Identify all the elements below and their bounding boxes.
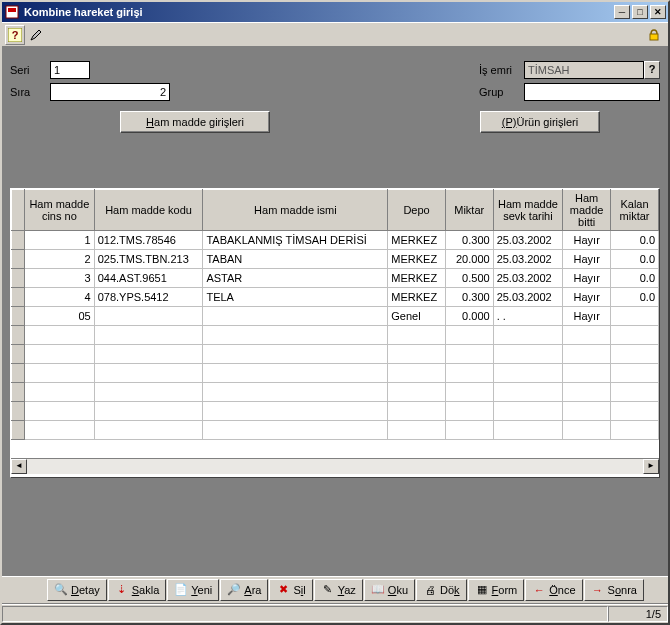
table-row[interactable]: 05 Genel 0.000 . . Hayır	[12, 307, 659, 326]
urun-button[interactable]: (P)Ürün girişleri	[480, 111, 600, 133]
titlebar: Kombine hareket girişi ─ □ ✕	[2, 2, 668, 22]
ara-button[interactable]: 🔎Ara	[220, 579, 268, 601]
svg-rect-1	[8, 8, 16, 12]
window-title: Kombine hareket girişi	[24, 6, 612, 18]
sonra-button[interactable]: →Sonra	[584, 579, 644, 601]
table-row[interactable]	[12, 326, 659, 345]
seri-input[interactable]	[50, 61, 90, 79]
seri-label: Seri	[10, 64, 50, 76]
col-miktar[interactable]: Miktar	[445, 190, 493, 231]
app-icon	[4, 4, 20, 20]
svg-rect-4	[650, 34, 658, 40]
sakla-button[interactable]: ⇣Sakla	[108, 579, 167, 601]
table-row[interactable]	[12, 421, 659, 440]
grup-input[interactable]	[524, 83, 660, 101]
table-row[interactable]: 1 012.TMS.78546 TABAKLANMIŞ TİMSAH DERİS…	[12, 231, 659, 250]
col-ismi[interactable]: Ham madde ismi	[203, 190, 388, 231]
minimize-button[interactable]: ─	[614, 5, 630, 19]
table-row[interactable]	[12, 402, 659, 421]
col-bitti[interactable]: Ham madde bitti	[563, 190, 611, 231]
sil-button[interactable]: ✖Sil	[269, 579, 312, 601]
once-button[interactable]: ←Önce	[525, 579, 582, 601]
sira-input[interactable]	[50, 83, 170, 101]
table-row[interactable]	[12, 364, 659, 383]
maximize-button[interactable]: □	[632, 5, 648, 19]
close-button[interactable]: ✕	[650, 5, 666, 19]
horizontal-scrollbar[interactable]: ◄ ►	[11, 458, 659, 474]
isemri-label: İş emri	[479, 64, 524, 76]
table-row[interactable]: 3 044.AST.9651 ASTAR MERKEZ 0.500 25.03.…	[12, 269, 659, 288]
col-kalan[interactable]: Kalan miktar	[611, 190, 659, 231]
statusbar: 1/5	[2, 603, 668, 623]
data-grid[interactable]: Ham madde cins no Ham madde kodu Ham mad…	[10, 188, 660, 478]
action-toolbar: 🔍Detay ⇣Sakla 📄Yeni 🔎Ara ✖Sil ✎Yaz 📖Oku …	[2, 575, 668, 603]
table-row[interactable]: 2 025.TMS.TBN.213 TABAN MERKEZ 20.000 25…	[12, 250, 659, 269]
table-row[interactable]	[12, 383, 659, 402]
top-toolbar: ?	[2, 22, 668, 47]
grup-label: Grup	[479, 86, 524, 98]
table-row[interactable]	[12, 345, 659, 364]
lock-icon[interactable]	[644, 25, 664, 45]
sira-label: Sıra	[10, 86, 50, 98]
scroll-left-button[interactable]: ◄	[11, 459, 27, 474]
yeni-button[interactable]: 📄Yeni	[167, 579, 219, 601]
scroll-right-button[interactable]: ►	[643, 459, 659, 474]
col-kodu[interactable]: Ham madde kodu	[94, 190, 203, 231]
help-icon[interactable]: ?	[5, 25, 25, 45]
detay-button[interactable]: 🔍Detay	[47, 579, 107, 601]
isemri-input[interactable]	[524, 61, 644, 79]
col-sevk[interactable]: Ham madde sevk tarihi	[493, 190, 563, 231]
isemri-lookup-button[interactable]: ?	[644, 61, 660, 79]
ham-madde-button[interactable]: Ham madde girişleri	[120, 111, 270, 133]
col-cins-no[interactable]: Ham madde cins no	[25, 190, 95, 231]
status-position: 1/5	[608, 606, 668, 622]
col-depo[interactable]: Depo	[388, 190, 445, 231]
table-row[interactable]: 4 078.YPS.5412 TELA MERKEZ 0.300 25.03.2…	[12, 288, 659, 307]
edit-icon[interactable]	[26, 25, 46, 45]
yaz-button[interactable]: ✎Yaz	[314, 579, 363, 601]
dok-button[interactable]: 🖨Dök	[416, 579, 467, 601]
svg-text:?: ?	[12, 29, 19, 41]
main-panel: Seri İş emri ? Sıra Grup Ham madde giriş…	[2, 47, 668, 575]
form-button[interactable]: ▦Form	[468, 579, 525, 601]
oku-button[interactable]: 📖Oku	[364, 579, 415, 601]
